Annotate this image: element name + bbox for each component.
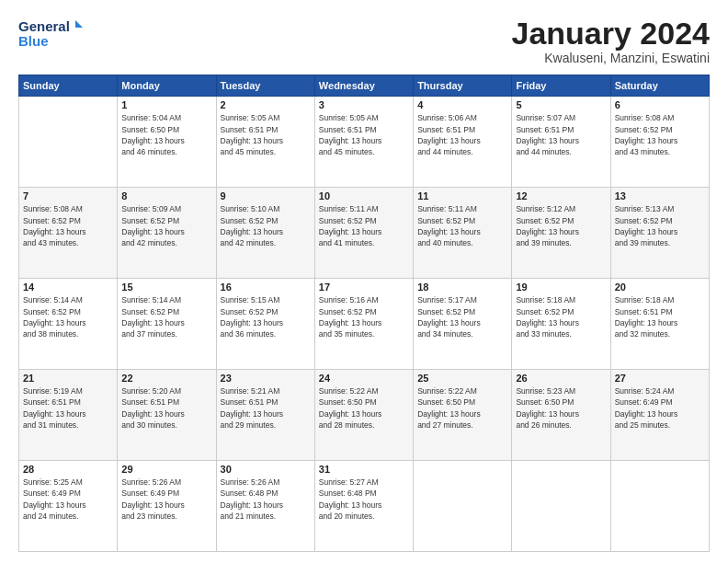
day-info: Sunrise: 5:11 AM Sunset: 6:52 PM Dayligh…: [417, 203, 507, 248]
calendar-page: General Blue January 2024 Kwaluseni, Man…: [0, 0, 728, 563]
day-cell: 26Sunrise: 5:23 AM Sunset: 6:50 PM Dayli…: [512, 370, 610, 461]
day-cell: 6Sunrise: 5:08 AM Sunset: 6:52 PM Daylig…: [610, 97, 709, 188]
day-number: 28: [23, 464, 113, 475]
day-cell: 29Sunrise: 5:26 AM Sunset: 6:49 PM Dayli…: [118, 461, 216, 552]
day-cell: 10Sunrise: 5:11 AM Sunset: 6:52 PM Dayli…: [314, 188, 413, 279]
day-info: Sunrise: 5:18 AM Sunset: 6:51 PM Dayligh…: [615, 294, 705, 339]
day-cell: 16Sunrise: 5:15 AM Sunset: 6:52 PM Dayli…: [216, 279, 314, 370]
day-cell: [610, 461, 709, 552]
day-number: 16: [221, 282, 311, 293]
day-info: Sunrise: 5:22 AM Sunset: 6:50 PM Dayligh…: [319, 385, 409, 431]
day-number: 1: [121, 99, 211, 110]
day-info: Sunrise: 5:17 AM Sunset: 6:52 PM Dayligh…: [417, 294, 507, 339]
day-number: 20: [615, 282, 705, 293]
day-info: Sunrise: 5:26 AM Sunset: 6:49 PM Dayligh…: [121, 477, 211, 522]
weekday-header: Monday: [118, 75, 216, 97]
svg-text:General: General: [18, 18, 70, 34]
header-row: SundayMondayTuesdayWednesdayThursdayFrid…: [19, 75, 710, 97]
day-number: 13: [615, 190, 705, 201]
day-number: 10: [319, 190, 409, 201]
day-number: 24: [319, 373, 409, 384]
day-info: Sunrise: 5:04 AM Sunset: 6:50 PM Dayligh…: [121, 112, 211, 157]
day-number: 23: [221, 373, 311, 384]
day-number: 21: [23, 373, 113, 384]
day-info: Sunrise: 5:23 AM Sunset: 6:50 PM Dayligh…: [516, 385, 606, 431]
week-row: 7Sunrise: 5:08 AM Sunset: 6:52 PM Daylig…: [19, 188, 710, 279]
day-cell: 13Sunrise: 5:13 AM Sunset: 6:52 PM Dayli…: [610, 188, 709, 279]
day-number: 3: [319, 99, 409, 110]
day-cell: 21Sunrise: 5:19 AM Sunset: 6:51 PM Dayli…: [19, 370, 118, 461]
day-number: 19: [516, 282, 606, 293]
day-info: Sunrise: 5:26 AM Sunset: 6:48 PM Dayligh…: [221, 477, 311, 522]
week-row: 14Sunrise: 5:14 AM Sunset: 6:52 PM Dayli…: [19, 279, 710, 370]
day-cell: 25Sunrise: 5:22 AM Sunset: 6:50 PM Dayli…: [414, 370, 512, 461]
day-cell: 9Sunrise: 5:10 AM Sunset: 6:52 PM Daylig…: [216, 188, 314, 279]
day-cell: 7Sunrise: 5:08 AM Sunset: 6:52 PM Daylig…: [19, 188, 118, 279]
day-info: Sunrise: 5:18 AM Sunset: 6:52 PM Dayligh…: [516, 294, 606, 339]
day-number: 18: [417, 282, 507, 293]
day-number: 14: [23, 282, 113, 293]
day-number: 15: [121, 282, 211, 293]
logo: General Blue: [18, 17, 83, 52]
day-number: 4: [417, 99, 507, 110]
day-cell: 20Sunrise: 5:18 AM Sunset: 6:51 PM Dayli…: [610, 279, 709, 370]
day-info: Sunrise: 5:24 AM Sunset: 6:49 PM Dayligh…: [615, 385, 705, 431]
day-info: Sunrise: 5:22 AM Sunset: 6:50 PM Dayligh…: [417, 385, 507, 431]
weekday-header: Friday: [512, 75, 610, 97]
day-number: 2: [221, 99, 311, 110]
week-row: 21Sunrise: 5:19 AM Sunset: 6:51 PM Dayli…: [19, 370, 710, 461]
day-info: Sunrise: 5:13 AM Sunset: 6:52 PM Dayligh…: [615, 203, 705, 248]
day-cell: 19Sunrise: 5:18 AM Sunset: 6:52 PM Dayli…: [512, 279, 610, 370]
day-cell: 23Sunrise: 5:21 AM Sunset: 6:51 PM Dayli…: [216, 370, 314, 461]
header: General Blue January 2024 Kwaluseni, Man…: [18, 17, 710, 65]
day-cell: 4Sunrise: 5:06 AM Sunset: 6:51 PM Daylig…: [414, 97, 512, 188]
week-row: 28Sunrise: 5:25 AM Sunset: 6:49 PM Dayli…: [19, 461, 710, 552]
day-cell: 30Sunrise: 5:26 AM Sunset: 6:48 PM Dayli…: [216, 461, 314, 552]
day-number: 17: [319, 282, 409, 293]
day-info: Sunrise: 5:19 AM Sunset: 6:51 PM Dayligh…: [23, 385, 113, 431]
weekday-header: Sunday: [19, 75, 118, 97]
day-number: 27: [615, 373, 705, 384]
svg-text:Blue: Blue: [18, 33, 49, 49]
day-cell: 17Sunrise: 5:16 AM Sunset: 6:52 PM Dayli…: [314, 279, 413, 370]
week-row: 1Sunrise: 5:04 AM Sunset: 6:50 PM Daylig…: [19, 97, 710, 188]
day-cell: 31Sunrise: 5:27 AM Sunset: 6:48 PM Dayli…: [314, 461, 413, 552]
day-info: Sunrise: 5:20 AM Sunset: 6:51 PM Dayligh…: [121, 385, 211, 431]
day-info: Sunrise: 5:10 AM Sunset: 6:52 PM Dayligh…: [221, 203, 311, 248]
day-cell: 27Sunrise: 5:24 AM Sunset: 6:49 PM Dayli…: [610, 370, 709, 461]
day-cell: 15Sunrise: 5:14 AM Sunset: 6:52 PM Dayli…: [118, 279, 216, 370]
weekday-header: Saturday: [610, 75, 709, 97]
day-number: 6: [615, 99, 705, 110]
day-cell: [414, 461, 512, 552]
svg-marker-2: [75, 20, 83, 28]
day-info: Sunrise: 5:07 AM Sunset: 6:51 PM Dayligh…: [516, 112, 606, 157]
day-number: 7: [23, 190, 113, 201]
day-cell: 2Sunrise: 5:05 AM Sunset: 6:51 PM Daylig…: [216, 97, 314, 188]
logo-svg: General Blue: [18, 17, 83, 52]
day-number: 9: [221, 190, 311, 201]
day-cell: 8Sunrise: 5:09 AM Sunset: 6:52 PM Daylig…: [118, 188, 216, 279]
day-info: Sunrise: 5:21 AM Sunset: 6:51 PM Dayligh…: [221, 385, 311, 431]
calendar-table: SundayMondayTuesdayWednesdayThursdayFrid…: [18, 75, 710, 552]
day-cell: 5Sunrise: 5:07 AM Sunset: 6:51 PM Daylig…: [512, 97, 610, 188]
day-number: 8: [121, 190, 211, 201]
day-number: 30: [221, 464, 311, 475]
title-block: January 2024 Kwaluseni, Manzini, Eswatin…: [512, 17, 711, 65]
day-cell: 22Sunrise: 5:20 AM Sunset: 6:51 PM Dayli…: [118, 370, 216, 461]
day-cell: 28Sunrise: 5:25 AM Sunset: 6:49 PM Dayli…: [19, 461, 118, 552]
day-cell: 18Sunrise: 5:17 AM Sunset: 6:52 PM Dayli…: [414, 279, 512, 370]
calendar-title: January 2024: [512, 17, 711, 51]
day-number: 12: [516, 190, 606, 201]
day-info: Sunrise: 5:12 AM Sunset: 6:52 PM Dayligh…: [516, 203, 606, 248]
day-info: Sunrise: 5:09 AM Sunset: 6:52 PM Dayligh…: [121, 203, 211, 248]
calendar-subtitle: Kwaluseni, Manzini, Eswatini: [512, 51, 711, 65]
day-info: Sunrise: 5:08 AM Sunset: 6:52 PM Dayligh…: [23, 203, 113, 248]
day-number: 11: [417, 190, 507, 201]
day-info: Sunrise: 5:14 AM Sunset: 6:52 PM Dayligh…: [121, 294, 211, 339]
day-cell: 1Sunrise: 5:04 AM Sunset: 6:50 PM Daylig…: [118, 97, 216, 188]
day-info: Sunrise: 5:05 AM Sunset: 6:51 PM Dayligh…: [221, 112, 311, 157]
day-info: Sunrise: 5:05 AM Sunset: 6:51 PM Dayligh…: [319, 112, 409, 157]
day-number: 31: [319, 464, 409, 475]
day-info: Sunrise: 5:11 AM Sunset: 6:52 PM Dayligh…: [319, 203, 409, 248]
day-cell: 14Sunrise: 5:14 AM Sunset: 6:52 PM Dayli…: [19, 279, 118, 370]
